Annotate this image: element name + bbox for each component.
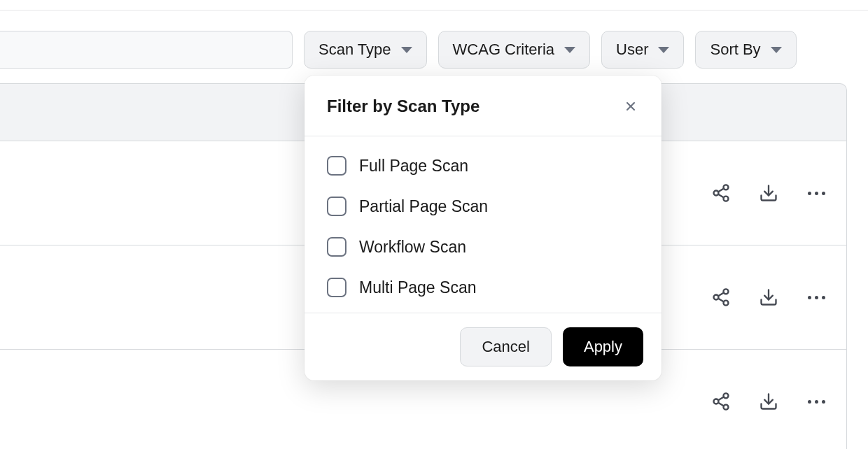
checkbox-label: Workflow Scan <box>359 238 466 257</box>
download-icon <box>759 287 778 307</box>
svg-line-15 <box>718 403 724 406</box>
popover-footer: Cancel Apply <box>304 313 662 380</box>
scan-type-option-partial-page[interactable]: Partial Page Scan <box>327 197 639 216</box>
share-icon <box>711 287 731 307</box>
top-divider <box>0 10 868 10</box>
checkbox-label: Full Page Scan <box>359 157 468 176</box>
share-button[interactable] <box>709 181 733 205</box>
more-button[interactable] <box>804 181 828 205</box>
share-button[interactable] <box>709 285 733 309</box>
close-button[interactable] <box>622 98 639 115</box>
svg-line-3 <box>718 194 724 198</box>
sort-by-dropdown[interactable]: Sort By <box>695 31 796 69</box>
checkbox-label: Partial Page Scan <box>359 197 488 216</box>
close-icon <box>624 99 638 113</box>
scan-type-label: Scan Type <box>318 41 391 59</box>
checkbox[interactable] <box>327 237 346 257</box>
scan-type-option-multi-page[interactable]: Multi Page Scan <box>327 278 639 297</box>
download-icon <box>759 392 778 411</box>
download-button[interactable] <box>757 181 780 205</box>
dots-horizontal-icon <box>808 400 825 404</box>
popover-title: Filter by Scan Type <box>327 97 479 116</box>
scan-type-option-workflow[interactable]: Workflow Scan <box>327 237 639 257</box>
popover-body: Full Page Scan Partial Page Scan Workflo… <box>304 136 662 313</box>
filter-popover: Filter by Scan Type Full Page Scan Parti… <box>304 76 662 380</box>
dots-horizontal-icon <box>808 192 825 195</box>
checkbox[interactable] <box>327 156 346 176</box>
chevron-down-icon <box>771 47 782 53</box>
sort-by-label: Sort By <box>710 41 760 59</box>
svg-line-9 <box>718 299 724 302</box>
download-button[interactable] <box>757 285 780 309</box>
svg-line-16 <box>718 397 724 401</box>
more-button[interactable] <box>804 285 828 309</box>
dots-horizontal-icon <box>808 296 825 299</box>
share-icon <box>711 392 731 411</box>
apply-button[interactable]: Apply <box>563 327 643 366</box>
wcag-criteria-label: WCAG Criteria <box>453 41 554 59</box>
share-button[interactable] <box>709 390 733 413</box>
svg-line-10 <box>718 293 724 297</box>
scan-type-dropdown[interactable]: Scan Type <box>304 31 427 69</box>
svg-line-4 <box>718 189 724 192</box>
checkbox[interactable] <box>327 197 346 216</box>
download-icon <box>759 183 778 203</box>
search-input[interactable] <box>0 31 293 69</box>
chevron-down-icon <box>564 47 575 53</box>
filter-toolbar: Scan Type WCAG Criteria User Sort By <box>0 31 847 69</box>
cancel-button[interactable]: Cancel <box>460 327 551 366</box>
checkbox[interactable] <box>327 278 346 297</box>
chevron-down-icon <box>401 47 412 53</box>
share-icon <box>711 183 731 203</box>
user-label: User <box>616 41 648 59</box>
checkbox-label: Multi Page Scan <box>359 278 476 297</box>
chevron-down-icon <box>658 47 669 53</box>
user-dropdown[interactable]: User <box>601 31 684 69</box>
popover-header: Filter by Scan Type <box>304 76 662 136</box>
more-button[interactable] <box>804 390 828 413</box>
wcag-criteria-dropdown[interactable]: WCAG Criteria <box>438 31 590 69</box>
scan-type-option-full-page[interactable]: Full Page Scan <box>327 156 639 176</box>
download-button[interactable] <box>757 390 780 413</box>
